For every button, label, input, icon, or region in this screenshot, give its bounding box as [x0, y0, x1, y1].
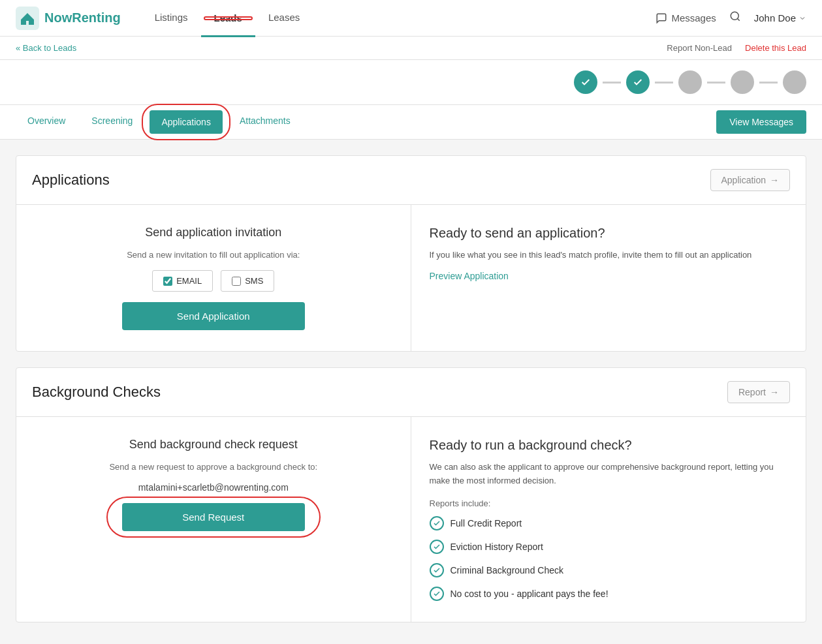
arrow-right-icon: →: [770, 175, 779, 185]
nav-right: Messages John Doe: [656, 10, 806, 25]
search-icon: [729, 10, 741, 22]
tab-screening[interactable]: Screening: [80, 105, 144, 139]
send-invitation-col: Send application invitation Send a new i…: [16, 205, 411, 351]
nav-leases[interactable]: Leases: [255, 0, 313, 37]
check-item-4: No cost to you - applicant pays the fee!: [430, 587, 788, 601]
applications-card: Applications Application → Send applicat…: [16, 155, 806, 352]
view-messages-button[interactable]: View Messages: [716, 110, 806, 134]
bg-ready-col: Ready to run a background check? We can …: [411, 417, 806, 622]
message-icon: [656, 12, 667, 24]
reports-label: Reports include:: [430, 498, 788, 508]
bg-ready-title: Ready to run a background check?: [430, 438, 788, 453]
checkmark-icon: [580, 77, 591, 87]
tabs-section: Overview Screening Applications Attachme…: [0, 105, 822, 140]
progress-step-4: [731, 70, 754, 94]
breadcrumb-bar: « Back to Leads Report Non-Lead Delete t…: [0, 37, 822, 60]
send-bg-request-col: Send background check request Send a new…: [16, 417, 411, 622]
progress-step-2: [626, 70, 650, 94]
back-to-leads-link[interactable]: « Back to Leads: [16, 43, 76, 53]
ready-desc: If you like what you see in this lead's …: [430, 249, 788, 262]
user-menu[interactable]: John Doe: [754, 12, 806, 23]
tab-applications-wrapper: Applications: [147, 105, 225, 139]
progress-section: [0, 60, 822, 105]
step-connector-4: [759, 82, 778, 84]
check-circle-3: [430, 563, 444, 577]
check-icon-1: [433, 519, 441, 527]
ready-to-send-col: Ready to send an application? If you lik…: [411, 205, 806, 351]
check-circle-4: [430, 587, 444, 601]
tabs: Overview Screening Applications Attachme…: [16, 105, 302, 139]
email-checkbox-item[interactable]: EMAIL: [152, 270, 213, 292]
check-icon-2: [433, 543, 441, 551]
background-checks-card: Background Checks Report → Send backgrou…: [16, 367, 806, 622]
nav-leads[interactable]: Leads: [201, 1, 255, 37]
applications-title: Applications: [32, 172, 110, 189]
tab-overview[interactable]: Overview: [16, 105, 77, 139]
applications-body: Send application invitation Send a new i…: [16, 205, 806, 351]
applicant-email: mtalamini+scarletb@nowrenting.com: [138, 482, 289, 493]
tab-applications[interactable]: Applications: [150, 110, 223, 134]
invite-title: Send application invitation: [145, 226, 281, 239]
bg-header: Background Checks Report →: [16, 368, 806, 417]
check-item-3: Criminal Background Check: [430, 563, 788, 577]
application-btn[interactable]: Application →: [710, 169, 791, 191]
check-list: Full Credit Report Eviction History Repo…: [430, 516, 788, 601]
bg-request-subtitle: Send a new request to approve a backgrou…: [109, 462, 317, 472]
chevron-down-icon: [798, 14, 806, 22]
report-non-lead-btn[interactable]: Report Non-Lead: [667, 43, 732, 53]
bg-ready-desc: We can also ask the applicant to approve…: [430, 461, 788, 488]
main-content: Applications Application → Send applicat…: [0, 140, 822, 644]
sms-checkbox-item[interactable]: SMS: [221, 270, 274, 292]
search-button[interactable]: [729, 10, 741, 25]
send-request-button[interactable]: Send Request: [122, 503, 305, 531]
nav-links: Listings Leads Leases: [142, 0, 313, 37]
top-nav: NowRenting Listings Leads Leases Message…: [0, 0, 822, 37]
progress-step-1: [574, 70, 597, 94]
delete-lead-btn[interactable]: Delete this Lead: [745, 43, 806, 53]
step-connector-2: [655, 82, 673, 84]
bg-title: Background Checks: [32, 384, 161, 401]
tab-attachments[interactable]: Attachments: [228, 105, 302, 139]
send-application-button[interactable]: Send Application: [122, 302, 305, 330]
progress-steps: [574, 70, 806, 94]
report-arrow-icon: →: [770, 387, 779, 397]
step-connector-3: [707, 82, 725, 84]
report-btn[interactable]: Report →: [727, 381, 790, 403]
check-item-2: Eviction History Report: [430, 540, 788, 554]
applications-header: Applications Application →: [16, 156, 806, 205]
ready-title: Ready to send an application?: [430, 226, 788, 241]
checkmark-icon-2: [633, 77, 643, 87]
bg-body: Send background check request Send a new…: [16, 417, 806, 622]
nav-leads-wrapper: Leads: [201, 12, 255, 24]
check-icon-3: [433, 566, 441, 574]
check-circle-1: [430, 516, 444, 530]
step-connector-1: [603, 82, 621, 84]
progress-step-5: [783, 70, 806, 94]
nav-listings[interactable]: Listings: [142, 0, 201, 37]
svg-point-1: [731, 12, 738, 20]
bg-request-title: Send background check request: [129, 438, 298, 452]
progress-step-3: [678, 70, 702, 94]
email-checkbox[interactable]: [163, 277, 172, 286]
check-icon-4: [433, 590, 441, 598]
sms-checkbox[interactable]: [232, 277, 241, 286]
invitation-checkboxes: EMAIL SMS: [152, 270, 274, 292]
check-item-1: Full Credit Report: [430, 516, 788, 530]
logo[interactable]: NowRenting: [16, 7, 121, 30]
logo-icon: [16, 7, 39, 30]
send-request-wrapper: Send Request: [122, 503, 305, 531]
preview-application-link[interactable]: Preview Application: [430, 271, 509, 281]
invite-subtitle: Send a new invitation to fill out applic…: [127, 250, 300, 260]
messages-button[interactable]: Messages: [656, 12, 716, 24]
check-circle-2: [430, 540, 444, 554]
breadcrumb-actions: Report Non-Lead Delete this Lead: [667, 43, 806, 53]
